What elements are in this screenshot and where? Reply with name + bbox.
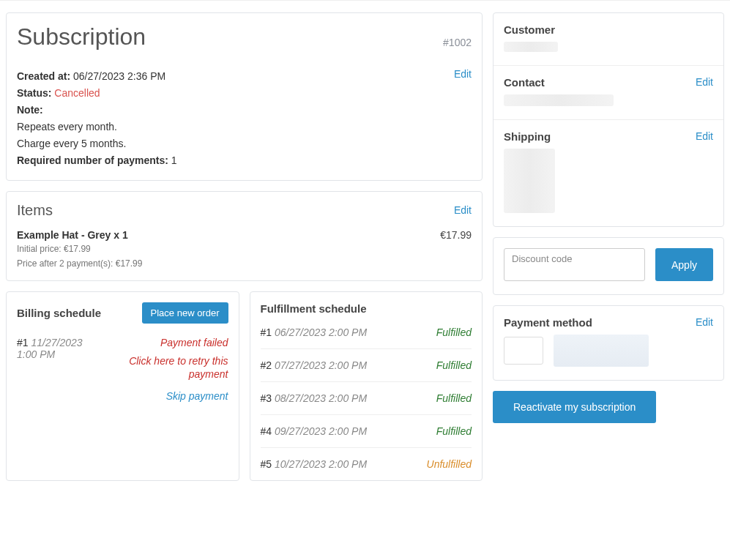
item-initial-price: Initial price: €17.99 [17,242,142,255]
contact-title: Contact [504,76,545,89]
payment-details-placeholder [554,335,649,367]
item-name: Example Hat - Grey x 1 [17,229,142,241]
fulfillment-row: #4 09/27/2023 2:00 PMFulfilled [261,415,472,448]
fulfillment-row: #1 06/27/2023 2:00 PMFulfilled [261,326,472,349]
reactivate-subscription-button[interactable]: Reactivate my subscription [493,391,656,423]
items-title: Items [17,202,53,219]
fulfillment-status: Unfulfilled [427,458,472,470]
status-value: Cancelled [54,87,100,99]
fulfillment-status: Fulfilled [436,425,472,437]
edit-shipping-link[interactable]: Edit [696,130,713,142]
fulfillment-status: Fulfilled [436,326,472,338]
edit-contact-link[interactable]: Edit [696,76,713,88]
edit-items-link[interactable]: Edit [454,204,472,216]
fulfillment-row: #5 10/27/2023 2:00 PMUnfulfilled [261,448,472,470]
billing-schedule-card: Billing schedule Place new order #1 11/2… [6,291,239,481]
payment-method-card: Payment method Edit [493,305,724,381]
order-number: #1002 [443,37,472,48]
fulfillment-title: Fulfillment schedule [261,302,367,315]
discount-code-input[interactable] [504,248,645,281]
contact-placeholder [504,94,614,106]
skip-payment-link[interactable]: Skip payment [111,390,228,402]
shipping-title: Shipping [504,130,551,143]
billing-title: Billing schedule [17,307,101,319]
edit-payment-link[interactable]: Edit [696,316,713,328]
customer-title: Customer [504,23,555,36]
payment-failed-label: Payment failed [160,337,228,348]
customer-card: Customer Contact Edit Shipping Edit [493,12,724,227]
fulfillment-row: #2 07/27/2023 2:00 PMFulfilled [261,349,472,382]
retry-payment-link[interactable]: Click here to retry this payment [111,354,228,382]
fulfillment-row: #3 08/27/2023 2:00 PMFulfilled [261,382,472,415]
items-card: Items Edit Example Hat - Grey x 1 Initia… [6,191,483,281]
edit-subscription-link[interactable]: Edit [454,68,472,80]
item-price-after: Price after 2 payment(s): €17.99 [17,257,142,270]
apply-discount-button[interactable]: Apply [655,248,713,281]
subscription-meta: Created at: 06/27/2023 2:36 PM Status: C… [17,68,177,170]
payment-card-thumb [504,337,543,365]
payment-method-title: Payment method [504,316,592,329]
customer-name-placeholder [504,42,558,52]
billing-entry: #1 11/27/2023 1:00 PM [17,337,105,360]
fulfillment-status: Fulfilled [436,359,472,371]
discount-card: Apply [493,237,724,295]
fulfillment-status: Fulfilled [436,392,472,404]
page-title: Subscription [17,23,146,51]
shipping-placeholder [504,149,555,213]
fulfillment-schedule-card: Fulfillment schedule #1 06/27/2023 2:00 … [250,291,483,481]
place-new-order-button[interactable]: Place new order [142,302,228,324]
item-price: €17.99 [440,229,472,270]
subscription-header-card: Subscription #1002 Created at: 06/27/202… [6,12,483,181]
